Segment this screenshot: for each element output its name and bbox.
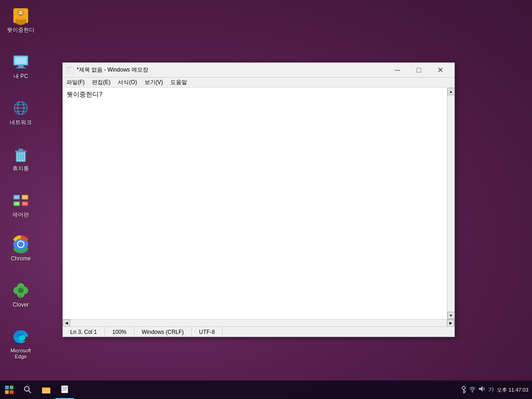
profile-icon xyxy=(12,6,30,25)
mypc-icon xyxy=(12,53,30,71)
notepad-statusbar: Ln 3, Col 1 100% Windows (CRLF) UTF-8 xyxy=(63,326,454,337)
desktop-icon-mypc-label: 내 PC xyxy=(13,73,28,79)
svg-rect-27 xyxy=(14,196,19,199)
statusbar-line-ending: Windows (CRLF) xyxy=(134,327,192,337)
menu-format[interactable]: 서식(O) xyxy=(114,78,140,87)
svg-rect-48 xyxy=(10,386,13,389)
hscrollbar-right-arrow[interactable]: ▶ xyxy=(447,320,454,327)
notepad-title-icon xyxy=(66,66,74,74)
language-indicator[interactable]: 가 xyxy=(487,386,495,394)
svg-point-39 xyxy=(18,288,24,293)
svg-point-51 xyxy=(24,387,29,391)
desktop-icon-edge[interactable]: Microsoft Edge xyxy=(2,326,39,362)
statusbar-zoom: 100% xyxy=(105,327,134,337)
notepad-content-area: 뭣이중헌디? ▲ ▼ xyxy=(63,88,454,319)
clover-icon xyxy=(12,281,30,300)
chrome-icon xyxy=(12,235,30,254)
menu-file[interactable]: 파일(F) xyxy=(63,78,88,87)
notepad-horizontal-scrollbar: ◀ ▶ xyxy=(63,319,454,326)
desktop-icon-recycle[interactable]: 휴지통 xyxy=(2,143,39,174)
svg-rect-50 xyxy=(10,390,13,394)
bluetooth-icon[interactable] xyxy=(460,385,467,395)
hscrollbar-track[interactable] xyxy=(70,320,447,326)
svg-rect-9 xyxy=(16,67,25,68)
desktop-icon-edge-label: Microsoft Edge xyxy=(4,348,37,360)
desktop-icon-chrome-label: Chrome xyxy=(11,255,31,262)
desktop-icon-recycle-label: 휴지통 xyxy=(12,165,29,172)
svg-rect-29 xyxy=(14,202,19,205)
svg-point-59 xyxy=(472,392,473,393)
hscrollbar-left-arrow[interactable]: ◀ xyxy=(63,320,70,327)
scrollbar-track[interactable] xyxy=(447,95,454,312)
statusbar-position: Ln 3, Col 1 xyxy=(63,327,105,337)
svg-rect-47 xyxy=(5,386,9,389)
svg-rect-49 xyxy=(5,390,9,394)
svg-point-3 xyxy=(18,11,23,15)
svg-line-52 xyxy=(29,391,31,393)
taskbar-notepad-button[interactable] xyxy=(55,381,74,399)
svg-point-4 xyxy=(19,12,20,13)
taskbar-search-button[interactable] xyxy=(18,381,37,399)
edge-icon xyxy=(12,327,30,346)
menu-view[interactable]: 보기(V) xyxy=(141,78,167,87)
taskbar-system-tray: 가 오후 11:47:03 xyxy=(457,385,532,395)
svg-rect-10 xyxy=(15,57,26,64)
desktop-icon-control[interactable]: 제어판 xyxy=(2,189,39,220)
svg-rect-8 xyxy=(18,66,24,67)
desktop-icon-profile[interactable]: 뭣이중헌디 xyxy=(2,5,39,35)
notepad-menubar: 파일(F) 편집(E) 서식(O) 보기(V) 도움말 xyxy=(63,78,454,88)
notepad-title-text: *제목 없음 - Windows 메모장 xyxy=(77,66,387,74)
statusbar-encoding: UTF-8 xyxy=(192,327,223,337)
scrollbar-up-arrow[interactable]: ▲ xyxy=(447,88,455,95)
svg-rect-42 xyxy=(67,67,71,68)
notepad-vertical-scrollbar: ▲ ▼ xyxy=(447,88,454,319)
desktop-icon-mypc[interactable]: 내 PC xyxy=(2,51,39,81)
notepad-window: *제목 없음 - Windows 메모장 ─ □ ✕ 파일(F) 편집(E) 서… xyxy=(62,62,455,337)
desktop-icon-network[interactable]: 네트워크 xyxy=(2,97,39,127)
maximize-button[interactable]: □ xyxy=(408,63,429,78)
menu-edit[interactable]: 편집(E) xyxy=(88,78,114,87)
svg-rect-30 xyxy=(23,202,27,205)
network-tray-icon[interactable] xyxy=(469,386,476,394)
taskbar-files-button[interactable] xyxy=(37,381,55,399)
svg-rect-54 xyxy=(42,388,50,393)
svg-rect-18 xyxy=(15,151,26,152)
svg-point-33 xyxy=(18,242,24,247)
menu-help[interactable]: 도움말 xyxy=(167,78,191,87)
desktop-icon-control-label: 제어판 xyxy=(12,212,29,218)
desktop-icon-profile-label: 뭣이중헌디 xyxy=(7,27,35,33)
notepad-text-input[interactable]: 뭣이중헌디? xyxy=(63,88,447,319)
recycle-icon xyxy=(12,145,30,163)
scrollbar-down-arrow[interactable]: ▼ xyxy=(447,312,455,319)
taskbar-time[interactable]: 오후 11:47:03 xyxy=(497,387,528,393)
desktop-icon-clover[interactable]: Clover xyxy=(2,279,39,310)
taskbar: 가 오후 11:47:03 xyxy=(0,381,532,399)
desktop-icon-clover-label: Clover xyxy=(13,302,29,308)
titlebar-buttons: ─ □ ✕ xyxy=(387,63,451,78)
desktop-icon-network-label: 네트워크 xyxy=(10,119,32,126)
minimize-button[interactable]: ─ xyxy=(387,63,408,78)
network-icon xyxy=(12,99,30,117)
svg-rect-28 xyxy=(23,196,27,199)
volume-icon[interactable] xyxy=(478,385,485,394)
notepad-titlebar: *제목 없음 - Windows 메모장 ─ □ ✕ xyxy=(63,63,454,78)
svg-rect-19 xyxy=(18,149,23,151)
svg-marker-60 xyxy=(479,386,483,392)
desktop-icon-chrome[interactable]: Chrome xyxy=(2,233,39,264)
close-button[interactable]: ✕ xyxy=(429,63,451,78)
svg-rect-55 xyxy=(61,386,68,393)
taskbar-start-button[interactable] xyxy=(0,381,18,399)
svg-point-5 xyxy=(22,12,23,13)
control-icon xyxy=(12,191,30,210)
